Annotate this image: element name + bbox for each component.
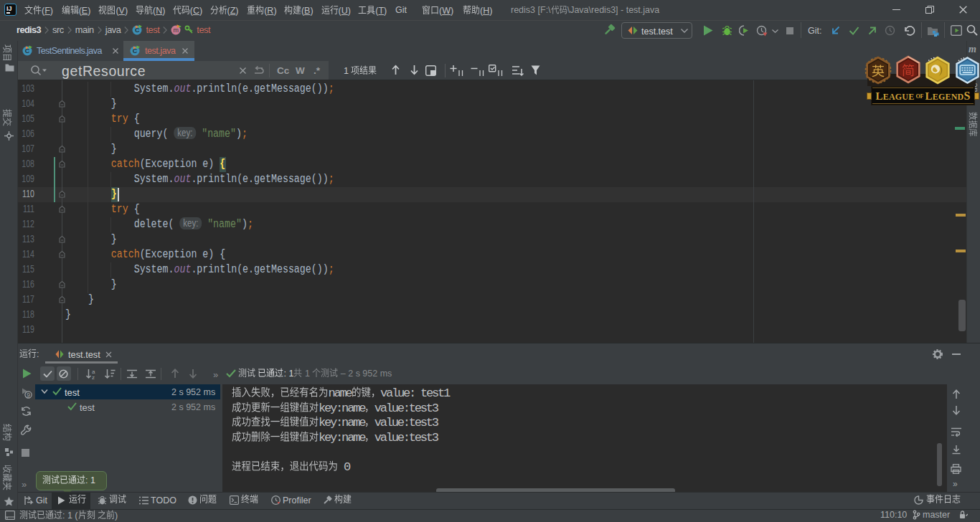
svg-text:z: z <box>92 374 95 379</box>
svg-text:9: 9 <box>27 392 30 399</box>
